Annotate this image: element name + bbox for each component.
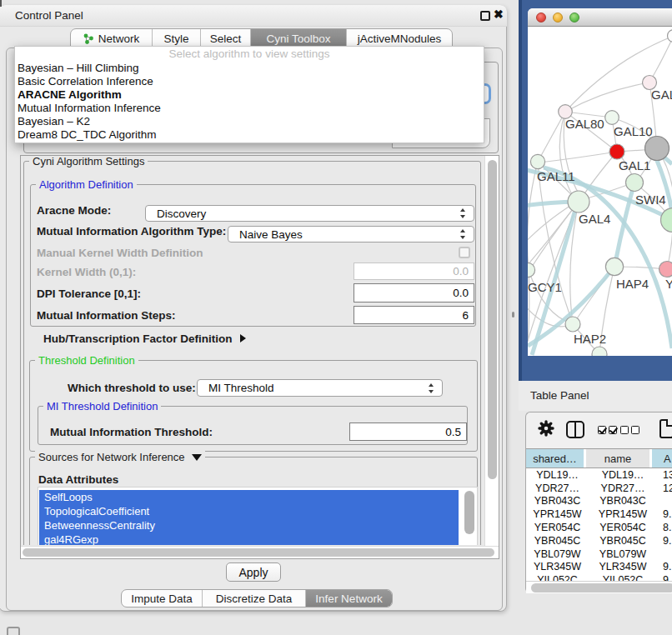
network-node[interactable] (659, 262, 672, 278)
network-node[interactable] (605, 111, 619, 125)
attributes-scrollbar-thumb[interactable] (464, 491, 474, 534)
tab-network[interactable]: Network (71, 29, 152, 48)
expanded-arrow-icon (192, 454, 202, 461)
tab-style[interactable]: Style (152, 29, 200, 48)
aracne-mode-label: Aracne Mode: (37, 204, 111, 217)
network-node[interactable] (668, 30, 672, 42)
network-node[interactable] (528, 262, 535, 277)
attribute-item[interactable]: gal4RGexp (39, 532, 459, 545)
table-cell: 8. (657, 522, 672, 533)
algorithm-option[interactable]: Bayesian – K2 (15, 115, 484, 128)
attribute-item[interactable]: SelfLoops (39, 490, 459, 504)
network-node[interactable] (609, 144, 624, 159)
gear-icon[interactable] (537, 419, 555, 438)
algorithm-dropdown-popup: Select algorithm to view settings Bayesi… (14, 46, 484, 143)
unchecked-box-glyph (631, 426, 639, 434)
network-edge (530, 202, 579, 269)
tab-select[interactable]: Select (200, 29, 250, 48)
table-row[interactable]: YDR27…YDR27…12 (526, 482, 672, 495)
unchecked-boxes-icon[interactable] (620, 426, 639, 434)
caret-mark (0, 0, 2, 7)
algorithm-option[interactable]: Basic Correlation Inference (15, 75, 484, 88)
algorithm-option[interactable]: Mutual Information Inference (15, 102, 484, 115)
bottom-tab-infer-network[interactable]: Infer Network (305, 590, 392, 607)
algorithm-option[interactable]: ARACNE Algorithm (15, 88, 484, 102)
table-cell: YDR27… (526, 482, 589, 494)
table-row[interactable]: YBR045CYBR045C9. (526, 534, 672, 548)
column-header-shared[interactable]: shared… (526, 449, 586, 468)
table-row[interactable]: YDL19…YDL19…13 (526, 468, 672, 482)
data-attributes-list[interactable]: SelfLoopsTopologicalCoefficientBetweenne… (38, 487, 478, 545)
cyni-algorithm-settings-title: Cyni Algorithm Settings (29, 156, 148, 168)
table-row[interactable]: YPR145WYPR145W9. (526, 508, 672, 521)
table-row[interactable]: YLR345WYLR345W9. (526, 561, 672, 574)
algorithm-option[interactable]: Dream8 DC_TDC Algorithm (15, 128, 484, 142)
network-node[interactable] (565, 317, 580, 332)
network-canvas[interactable]: GALGAL80GAL10GAL1GAL11SWI4GAL4GCY1HAP4YH… (528, 27, 672, 356)
close-icon[interactable]: ✖ (494, 8, 504, 21)
table-row[interactable]: YER054CYER054C8. (526, 521, 672, 534)
vertical-scrollbar-thumb[interactable] (488, 160, 497, 479)
mi-threshold-label: Mutual Information Threshold: (50, 426, 213, 438)
tab-cyni-toolbox[interactable]: Cyni Toolbox (250, 29, 346, 48)
minimize-traffic-light[interactable] (553, 12, 563, 22)
updown-arrows-icon (429, 382, 435, 394)
sources-title-row[interactable]: Sources for Network Inference (35, 451, 205, 463)
attribute-item[interactable]: BetweennessCentrality (39, 518, 459, 532)
float-window-icon[interactable] (480, 11, 490, 21)
network-node[interactable] (568, 191, 589, 212)
which-threshold-select[interactable]: MI Threshold (197, 379, 443, 397)
kernel-width-label: Kernel Width (0,1): (37, 266, 136, 278)
table-cell: YDR27… (589, 482, 657, 494)
hub-definition-toggle[interactable]: Hub/Transcription Factor Definition (43, 332, 246, 345)
dpi-tolerance-field[interactable]: 0.0 (354, 283, 474, 302)
split-columns-icon[interactable] (566, 421, 584, 438)
table-row[interactable]: YBR043CYBR043C (526, 495, 672, 508)
table-row[interactable]: YBL079WYBL079W (526, 548, 672, 561)
column-header-a[interactable]: A (652, 449, 672, 468)
kernel-width-field[interactable]: 0.0 (354, 262, 474, 280)
tab-jactivemnodules[interactable]: jActiveMNodules (346, 29, 452, 48)
bottom-tab-impute-data[interactable]: Impute Data (122, 590, 202, 607)
mi-steps-field[interactable]: 6 (354, 306, 474, 324)
mi-type-label: Mutual Information Algorithm Type: (37, 225, 226, 238)
dpi-tolerance-label: DPI Tolerance [0,1]: (37, 288, 141, 300)
table-panel-titlebar: Table Panel (519, 381, 672, 411)
mi-threshold-field[interactable]: 0.5 (349, 422, 467, 441)
network-node-label: HAP4 (616, 277, 649, 291)
tab-label: Style (163, 32, 188, 45)
close-traffic-light[interactable] (536, 12, 546, 22)
network-node[interactable] (530, 154, 544, 168)
network-node[interactable] (626, 174, 644, 192)
network-node-label: GAL10 (614, 124, 653, 138)
network-edge (539, 152, 617, 162)
manual-kernel-checkbox[interactable] (459, 247, 470, 258)
network-edge (538, 112, 565, 162)
network-window-titlebar[interactable] (528, 8, 672, 27)
tab-label: Cyni Toolbox (266, 32, 330, 45)
column-header-name[interactable]: name (586, 449, 652, 468)
minimized-window-icon[interactable] (7, 627, 20, 635)
table-cell: YBR045C (526, 535, 589, 547)
network-node-label: GAL1 (619, 158, 650, 172)
algorithm-option[interactable]: Bayesian – Hill Climbing (15, 62, 484, 75)
table-hscrollbar-thumb[interactable] (531, 583, 672, 592)
bottom-tab-discretize-data[interactable]: Discretize Data (202, 590, 305, 607)
table-cell: YBR045C (589, 535, 657, 547)
zoom-traffic-light[interactable] (569, 12, 579, 22)
aracne-mode-select[interactable]: Discovery (145, 205, 474, 222)
splitter-handle[interactable] (512, 312, 514, 318)
table-cell: YLR345W (589, 561, 657, 572)
horizontal-scrollbar-thumb[interactable] (23, 548, 494, 557)
network-node[interactable] (661, 208, 672, 232)
network-node[interactable] (645, 137, 669, 161)
file-icon[interactable] (659, 419, 672, 438)
table-cell: YBR043C (589, 495, 657, 507)
attribute-item[interactable]: TopologicalCoefficient (39, 504, 459, 518)
mi-type-select[interactable]: Naive Bayes (228, 226, 474, 242)
network-node[interactable] (605, 258, 623, 275)
checked-boxes-icon[interactable] (598, 426, 617, 434)
apply-button[interactable]: Apply (226, 562, 281, 582)
tab-label: jActiveMNodules (358, 32, 442, 45)
which-threshold-label: Which threshold to use: (68, 382, 193, 394)
